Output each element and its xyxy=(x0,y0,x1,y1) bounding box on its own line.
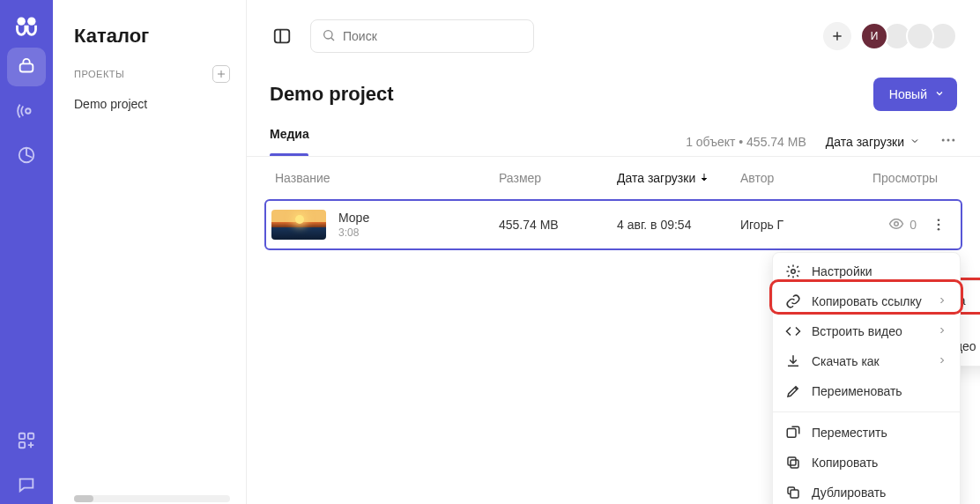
code-icon xyxy=(785,323,801,339)
add-user-button[interactable] xyxy=(823,22,851,50)
main-content: И Demo project Новый Медиа 1 объект • 45… xyxy=(247,0,980,504)
brand-logo-icon xyxy=(11,11,42,42)
ctx-duplicate[interactable]: Дублировать xyxy=(773,478,960,504)
row-size: 455.74 MB xyxy=(499,218,617,232)
download-icon xyxy=(785,353,801,369)
col-header-views[interactable]: Просмотры xyxy=(855,171,938,185)
move-icon xyxy=(785,425,801,441)
svg-rect-8 xyxy=(275,30,290,43)
svg-rect-19 xyxy=(791,460,798,468)
context-menu: Настройки Копировать ссылку Встроить вид… xyxy=(772,252,961,504)
row-views: 0 xyxy=(855,216,917,234)
duplicate-icon xyxy=(785,485,801,500)
svg-point-1 xyxy=(27,18,35,26)
projects-header: ПРОЕКТЫ xyxy=(74,69,124,79)
avatar-stack: И xyxy=(865,22,957,50)
svg-point-0 xyxy=(18,18,26,26)
chevron-right-icon xyxy=(937,294,947,308)
chevron-down-icon xyxy=(909,135,920,149)
svg-point-13 xyxy=(895,221,899,226)
row-more-button[interactable] xyxy=(917,217,955,233)
rail-item-chat[interactable] xyxy=(7,465,46,504)
tab-media[interactable]: Медиа xyxy=(270,127,309,153)
col-header-size[interactable]: Размер xyxy=(499,171,617,185)
ctx-copy-link[interactable]: Копировать ссылку xyxy=(773,286,960,316)
col-header-author[interactable]: Автор xyxy=(740,171,855,185)
page-title: Demo project xyxy=(270,83,394,106)
svg-point-9 xyxy=(324,30,332,38)
catalog-title: Каталог xyxy=(53,25,246,65)
search-icon xyxy=(322,28,336,45)
rail-item-apps[interactable] xyxy=(7,421,46,460)
ctx-download[interactable]: Скачать как xyxy=(773,346,960,376)
svg-point-14 xyxy=(938,219,940,221)
sort-label: Дата загрузки xyxy=(826,135,904,149)
svg-point-12 xyxy=(952,139,954,142)
object-count: 1 объект • 455.74 MB xyxy=(686,135,806,149)
nav-rail xyxy=(0,0,53,504)
chevron-right-icon xyxy=(937,324,947,338)
row-title: Море xyxy=(338,211,499,225)
search-input-wrap[interactable] xyxy=(310,19,534,53)
svg-rect-18 xyxy=(787,429,796,438)
svg-point-15 xyxy=(938,224,940,226)
svg-rect-5 xyxy=(19,434,25,439)
svg-point-16 xyxy=(938,228,940,231)
add-project-button[interactable] xyxy=(212,65,230,83)
new-button[interactable]: Новый xyxy=(873,78,957,111)
video-thumbnail xyxy=(271,210,326,240)
rail-item-analytics[interactable] xyxy=(7,136,46,174)
eye-icon xyxy=(888,216,904,234)
sidebar: Каталог ПРОЕКТЫ Demo project xyxy=(53,0,247,504)
svg-rect-2 xyxy=(20,63,33,71)
ctx-rename[interactable]: Переименовать xyxy=(773,376,960,406)
panel-toggle-icon[interactable] xyxy=(270,24,294,48)
search-input[interactable] xyxy=(343,29,523,43)
svg-point-17 xyxy=(791,270,796,274)
svg-rect-7 xyxy=(19,442,25,448)
ctx-move[interactable]: Переместить xyxy=(773,418,960,448)
row-duration: 3:08 xyxy=(338,226,499,239)
ctx-copy[interactable]: Копировать xyxy=(773,448,960,478)
gear-icon xyxy=(785,263,801,279)
copy-icon xyxy=(785,455,801,471)
svg-rect-6 xyxy=(28,434,33,439)
new-button-label: Новый xyxy=(889,87,927,101)
rail-item-stream[interactable] xyxy=(7,92,46,130)
avatar-placeholder xyxy=(906,22,934,50)
svg-point-10 xyxy=(942,139,945,142)
sort-dropdown[interactable]: Дата загрузки xyxy=(826,135,920,149)
col-header-date[interactable]: Дата загрузки xyxy=(617,171,740,185)
sort-desc-icon xyxy=(699,171,709,185)
sidebar-scrollbar[interactable] xyxy=(53,495,246,504)
chevron-down-icon xyxy=(934,87,945,101)
row-date: 4 авг. в 09:54 xyxy=(617,218,740,232)
avatar[interactable]: И xyxy=(860,22,888,50)
pencil-icon xyxy=(785,383,801,399)
svg-point-11 xyxy=(947,139,950,142)
rail-item-projects[interactable] xyxy=(7,48,46,86)
ctx-settings[interactable]: Настройки xyxy=(773,256,960,286)
link-icon xyxy=(785,293,801,309)
svg-point-3 xyxy=(26,108,31,114)
col-header-name[interactable]: Название xyxy=(270,171,499,185)
ctx-embed[interactable]: Встроить видео xyxy=(773,316,960,346)
chevron-right-icon xyxy=(937,354,947,368)
svg-rect-21 xyxy=(791,490,798,498)
row-author: Игорь Г xyxy=(740,218,855,232)
table-row[interactable]: Море 3:08 455.74 MB 4 авг. в 09:54 Игорь… xyxy=(264,199,962,250)
sidebar-item-demo-project[interactable]: Demo project xyxy=(53,90,246,118)
svg-rect-20 xyxy=(788,457,796,465)
view-more-button[interactable] xyxy=(939,131,957,152)
